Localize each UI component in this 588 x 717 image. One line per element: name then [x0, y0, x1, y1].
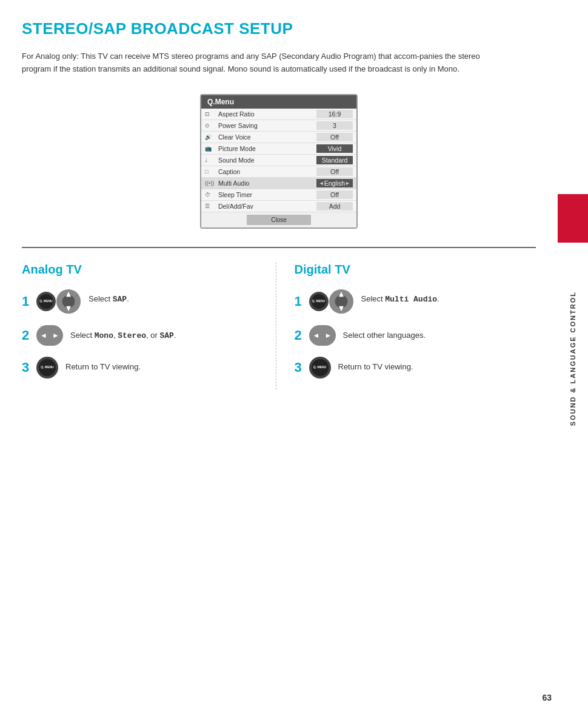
page-description: For Analog only: This TV can receive MTS… — [22, 50, 495, 76]
qmenu-wrapper: Q.Menu ⊡ Aspect Ratio 16:9 ⊙ Power Savin… — [22, 94, 536, 229]
sidebar-label: SOUND & LANGUAGE CONTROL — [569, 291, 576, 426]
nav-up-down-button-1 — [56, 289, 81, 314]
qmenu-button-3a: Q. MENU — [36, 357, 58, 379]
digital-step-2: 2 ◄ ► Select other languages. — [295, 325, 536, 346]
sidebar-text-container: SOUND & LANGUAGE CONTROL — [558, 0, 588, 717]
qmenu-row-picture: 📺 Picture Mode Vivid — [201, 143, 356, 155]
multi-audio-icon: ((•)) — [205, 180, 217, 186]
digital-step-3: 3 Q. MENU Return to TV viewing. — [295, 357, 536, 379]
sleep-timer-icon: ⏱ — [205, 192, 217, 198]
digital-step1-number-area: 1 Q. MENU — [295, 289, 354, 314]
digital-step3-number: 3 — [295, 361, 304, 374]
analog-step-1: 1 Q. MENU — [22, 289, 264, 314]
page-title: STEREO/SAP BROADCAST SETUP — [22, 19, 536, 38]
qmenu-close-button[interactable]: Close — [247, 215, 311, 225]
qmenu-button-d1: Q. MENU — [309, 292, 329, 311]
analog-step-2: 2 ◄ ► Select Mono, Stereo, or SAP. — [22, 325, 264, 346]
caption-icon: □ — [205, 169, 217, 175]
right-arrow-button: ► — [52, 331, 59, 340]
qmenu-row-power: ⊙ Power Saving 3 — [201, 120, 356, 132]
left-arrow-icon: ◄ — [319, 180, 324, 186]
digital-step2-text: Select other languages. — [343, 325, 426, 341]
picture-mode-icon: 📺 — [205, 146, 217, 152]
left-arrow-button: ◄ — [40, 331, 47, 340]
analog-step1-number-area: 1 Q. MENU — [22, 289, 81, 314]
qmenu-row-multiaudio: ((•)) Multi Audio ◄ English ► — [201, 178, 356, 189]
digital-step1-text: Select Multi Audio. — [361, 289, 439, 305]
power-saving-icon: ⊙ — [205, 123, 217, 129]
qmenu-button-inner-3a: Q. MENU — [39, 359, 56, 376]
aspect-ratio-icon: ⊡ — [205, 111, 217, 117]
analog-step-3: 3 Q. MENU Return to TV viewing. — [22, 357, 264, 379]
qmenu-box: Q.Menu ⊡ Aspect Ratio 16:9 ⊙ Power Savin… — [200, 94, 358, 229]
digital-step-1: 1 Q. MENU — [295, 289, 536, 314]
qmenu-row-sleep: ⏱ Sleep Timer Off — [201, 189, 356, 201]
page-number: 63 — [542, 693, 552, 702]
qmenu-row-caption: □ Caption Off — [201, 166, 356, 178]
right-arrow-button-d2: ► — [325, 331, 332, 340]
qmenu-row-clearvoice: 🔊 Clear Voice Off — [201, 132, 356, 143]
qmenu-button-d3: Q. MENU — [309, 357, 331, 379]
lr-button-d2: ◄ ► — [309, 325, 336, 346]
analog-step1-number: 1 — [22, 295, 32, 308]
qmenu-button-inner-1: Q. MENU — [39, 294, 53, 309]
main-content: STEREO/SAP BROADCAST SETUP For Analog on… — [0, 0, 558, 717]
clear-voice-icon: 🔊 — [205, 134, 217, 140]
digital-tv-title: Digital TV — [295, 263, 536, 277]
qmenu-row-aspect: ⊡ Aspect Ratio 16:9 — [201, 109, 356, 120]
digital-step1-number: 1 — [295, 295, 304, 308]
nav-up-down-button-d1 — [329, 289, 354, 314]
section-divider — [22, 247, 536, 248]
svg-point-5 — [335, 295, 347, 308]
analog-step1-remote: Q. MENU — [36, 289, 81, 314]
digital-step1-remote: Q. MENU — [309, 289, 354, 314]
right-arrow-icon: ► — [345, 180, 350, 186]
analog-step1-text: Select SAP. — [89, 289, 129, 305]
analog-step3-number: 3 — [22, 361, 32, 374]
qmenu-header: Q.Menu — [201, 95, 356, 109]
analog-step2-text: Select Mono, Stereo, or SAP. — [70, 325, 176, 342]
svg-point-1 — [62, 295, 75, 308]
analog-step3-number-area: 3 Q. MENU — [22, 357, 58, 379]
analog-step2-number: 2 — [22, 329, 32, 342]
qmenu-row-sound: ♩ Sound Mode Standard — [201, 155, 356, 166]
analog-tv-column: Analog TV 1 Q. MENU — [22, 263, 276, 389]
right-sidebar: SOUND & LANGUAGE CONTROL — [558, 0, 588, 717]
digital-step3-text: Return to TV viewing. — [338, 357, 413, 372]
sound-mode-icon: ♩ — [205, 157, 217, 163]
lr-button-1: ◄ ► — [36, 325, 63, 346]
qmenu-button-1: Q. MENU — [36, 292, 56, 311]
digital-step2-number: 2 — [295, 329, 304, 342]
del-add-fav-icon: ☰ — [205, 203, 217, 209]
qmenu-button-inner-d3: Q. MENU — [312, 359, 329, 376]
qmenu-close-row: Close — [201, 212, 356, 227]
qmenu-row-deladdfav: ☰ Del/Add/Fav Add — [201, 201, 356, 212]
analog-tv-title: Analog TV — [22, 263, 264, 277]
left-arrow-button-d2: ◄ — [313, 331, 320, 340]
analog-step2-number-area: 2 ◄ ► — [22, 325, 63, 346]
qmenu-button-inner-d1: Q. MENU — [312, 294, 326, 309]
two-column-section: Analog TV 1 Q. MENU — [22, 263, 536, 389]
digital-tv-column: Digital TV 1 Q. MENU — [276, 263, 536, 389]
digital-step2-number-area: 2 ◄ ► — [295, 325, 336, 346]
digital-step3-number-area: 3 Q. MENU — [295, 357, 331, 379]
analog-step3-text: Return to TV viewing. — [65, 357, 141, 372]
